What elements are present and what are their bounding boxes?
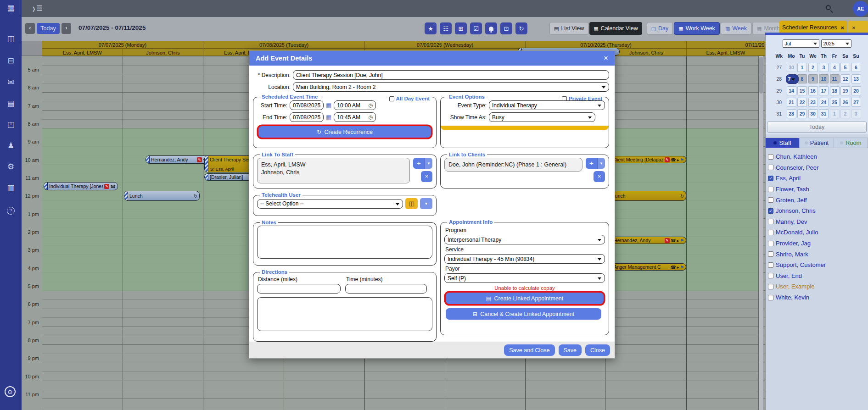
telehealth-user-select[interactable]: -- Select Option -- — [257, 199, 403, 209]
start-time-input[interactable]: 10:00 AM◷ — [334, 100, 376, 110]
staff-filter-item[interactable]: User, End — [768, 271, 868, 282]
staff-checkbox[interactable] — [768, 284, 773, 289]
refresh-button[interactable]: ↻ — [515, 22, 527, 34]
start-date-input[interactable]: 07/08/2025 — [290, 100, 324, 110]
minical-day-cell[interactable]: 10 — [819, 74, 829, 83]
time-minutes-input[interactable] — [345, 284, 427, 294]
show-time-as-select[interactable]: Busy — [489, 112, 595, 122]
minical-day-cell[interactable]: 22 — [797, 98, 807, 107]
reports-icon[interactable]: ▥ — [0, 183, 22, 193]
month-select[interactable]: Jul — [783, 39, 819, 48]
all-day-event-checkbox[interactable]: All Day Event — [387, 96, 432, 101]
minical-day-cell[interactable]: 18 — [830, 86, 840, 95]
minical-day-cell[interactable]: 1 — [830, 109, 840, 118]
remove-client-button[interactable]: × — [594, 171, 605, 182]
remove-staff-button[interactable]: × — [421, 171, 432, 182]
minical-day-cell[interactable]: 30 — [774, 98, 784, 107]
minical-day-cell[interactable]: 13 — [851, 74, 861, 83]
column-fri-ess[interactable] — [687, 56, 759, 410]
column-thu-johnson[interactable] — [606, 56, 687, 410]
help-icon[interactable]: ? — [0, 205, 22, 215]
work-week-view-button[interactable]: ▦Work Week — [674, 22, 720, 35]
linked-staff-listbox[interactable]: Ess, April, LMSW Johnson, Chris — [257, 158, 410, 183]
favorites-button[interactable]: ★ — [425, 22, 437, 34]
staff-filter-item[interactable]: Shriro, Mark — [768, 249, 868, 260]
staff-filter-item[interactable]: Groten, Jeff — [768, 194, 868, 205]
minical-day-cell[interactable]: 4 — [830, 63, 840, 72]
staff-filter-item[interactable]: Chun, Kathleen — [768, 151, 868, 162]
date-picker-icon[interactable]: ▦ — [326, 114, 331, 121]
year-select[interactable]: 2025 — [821, 39, 851, 48]
minical-day-cell[interactable]: 19 — [840, 86, 850, 95]
staff-filter-item[interactable]: Flower, Tash — [768, 184, 868, 195]
cancel-create-linked-appointment-button[interactable]: ⊟ Cancel & Create Linked Appointment — [446, 308, 601, 320]
staff-checkbox[interactable] — [768, 251, 773, 257]
save-and-close-button[interactable]: Save and Close — [504, 344, 554, 356]
minical-day-cell[interactable]: 29 — [774, 86, 784, 95]
minical-day-cell[interactable]: 3 — [819, 63, 829, 72]
staff-filter-item[interactable]: Manny, Dev — [768, 216, 868, 227]
search-icon[interactable] — [826, 5, 831, 10]
payor-select[interactable]: Self (P) — [444, 273, 605, 283]
appointment-status-button[interactable]: ⊡ — [500, 22, 512, 34]
service-select[interactable]: Individual Therapy - 45 Min (90834) — [444, 254, 605, 264]
tab-room[interactable]: Room — [834, 138, 868, 148]
add-client-split-button[interactable]: + ▾ — [586, 158, 605, 169]
today-button[interactable]: Today — [37, 23, 60, 34]
minical-day-cell[interactable]: 16 — [808, 86, 818, 95]
column-mon-ess[interactable] — [42, 56, 123, 410]
minical-day-cell[interactable]: 25 — [830, 98, 840, 107]
staff-filter-item[interactable]: McDonald, Julio — [768, 227, 868, 238]
linked-staff-item[interactable]: Johnson, Chris — [261, 169, 406, 176]
staff-filter-item[interactable]: Johnson, Chris — [768, 205, 868, 216]
minical-day-cell[interactable]: 7 — [786, 74, 799, 84]
modal-close-icon[interactable]: × — [604, 54, 608, 63]
minical-day-cell[interactable]: 30 — [787, 63, 796, 72]
grid-scrollbar-thumb[interactable] — [759, 57, 763, 94]
staff-filter-item[interactable]: Ess, April — [768, 173, 868, 184]
end-time-input[interactable]: 10:45 AM◷ — [334, 112, 376, 122]
save-button[interactable]: Save — [559, 344, 582, 356]
add-event-button[interactable]: ⊞ — [455, 22, 467, 34]
filter-button[interactable]: ☷ — [440, 22, 452, 34]
staff-checkbox[interactable] — [768, 176, 773, 181]
minical-day-cell[interactable]: 23 — [808, 98, 818, 107]
end-date-input[interactable]: 07/08/2025 — [290, 112, 324, 122]
mini-calendar-today-button[interactable]: Today — [767, 122, 867, 133]
apps-grid-icon[interactable]: ▦ — [0, 4, 22, 13]
distance-input[interactable] — [257, 284, 341, 294]
minical-day-cell[interactable]: 28 — [774, 74, 784, 83]
event-anger-management-thursday[interactable]: [Anger Management C ☎ ▸ ⚑ — [607, 263, 686, 271]
next-range-button[interactable]: › — [62, 23, 71, 34]
minical-day-cell[interactable]: 15 — [797, 86, 807, 95]
collapse-menu-icon[interactable]: ❭☰ — [32, 4, 43, 12]
list-view-button[interactable]: ▤List View — [549, 22, 588, 35]
id-badge-icon[interactable]: ◫ — [0, 34, 22, 44]
linked-clients-listbox[interactable]: Doe, John (Reminder:NC) (Phase 1 : Gener… — [444, 158, 582, 172]
minical-day-cell[interactable]: 26 — [840, 98, 850, 107]
minical-day-cell[interactable]: 29 — [797, 109, 807, 118]
telehealth-session-button[interactable]: ◫ — [405, 198, 418, 209]
user-avatar[interactable]: AE — [853, 1, 868, 17]
minical-day-cell[interactable]: 31 — [774, 109, 784, 118]
clipboard-icon[interactable]: ▤ — [0, 99, 22, 108]
grid-scrollbar[interactable] — [759, 56, 763, 410]
user-icon[interactable]: ♟ — [0, 141, 22, 150]
notifications-button[interactable] — [485, 22, 497, 34]
staff-checkbox[interactable] — [768, 208, 773, 214]
event-type-select[interactable]: Individual Therapy — [489, 100, 605, 110]
minical-day-cell[interactable]: 27 — [774, 63, 784, 72]
staff-checkbox[interactable] — [768, 187, 773, 192]
task-list-button[interactable]: ☑ — [470, 22, 482, 34]
staff-checkbox[interactable] — [768, 197, 773, 203]
program-select[interactable]: Interpersonal Therapy — [444, 235, 605, 244]
minical-day-cell[interactable]: 2 — [840, 109, 850, 118]
staff-checkbox[interactable] — [768, 230, 773, 235]
minical-day-cell[interactable]: 2 — [808, 63, 818, 72]
column-mon-johnson[interactable] — [123, 56, 203, 410]
minical-day-cell[interactable]: 9 — [808, 74, 818, 83]
create-recurrence-button[interactable]: ↻ Create Recurrence — [258, 126, 431, 138]
date-picker-icon[interactable]: ▦ — [326, 102, 331, 109]
close-button[interactable]: Close — [585, 344, 610, 356]
archive-icon[interactable]: ◰ — [0, 120, 22, 129]
